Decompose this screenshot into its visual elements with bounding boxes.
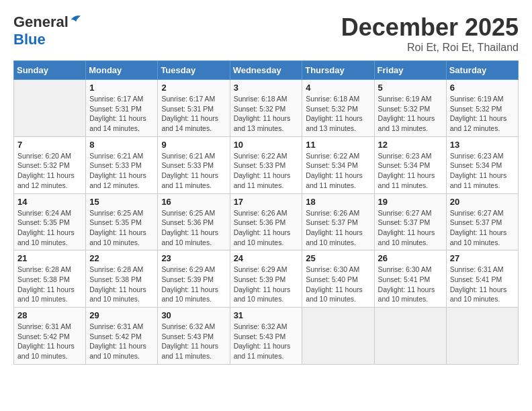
calendar-cell: 27Sunrise: 6:31 AM Sunset: 5:41 PM Dayli… bbox=[446, 250, 518, 308]
day-info: Sunrise: 6:30 AM Sunset: 5:40 PM Dayligh… bbox=[306, 265, 370, 304]
calendar-cell: 2Sunrise: 6:17 AM Sunset: 5:31 PM Daylig… bbox=[158, 80, 230, 137]
calendar-cell: 19Sunrise: 6:27 AM Sunset: 5:37 PM Dayli… bbox=[374, 193, 446, 250]
calendar-header-row: SundayMondayTuesdayWednesdayThursdayFrid… bbox=[14, 61, 519, 80]
calendar-cell: 10Sunrise: 6:22 AM Sunset: 5:33 PM Dayli… bbox=[230, 136, 302, 193]
calendar-week-4: 21Sunrise: 6:28 AM Sunset: 5:38 PM Dayli… bbox=[14, 250, 519, 308]
calendar-cell: 14Sunrise: 6:24 AM Sunset: 5:35 PM Dayli… bbox=[14, 193, 86, 250]
day-info: Sunrise: 6:18 AM Sunset: 5:32 PM Dayligh… bbox=[234, 94, 299, 134]
day-info: Sunrise: 6:25 AM Sunset: 5:36 PM Dayligh… bbox=[161, 208, 226, 248]
day-number: 16 bbox=[161, 197, 226, 207]
day-number: 13 bbox=[450, 140, 515, 150]
calendar-cell: 24Sunrise: 6:29 AM Sunset: 5:39 PM Dayli… bbox=[230, 250, 302, 308]
day-info: Sunrise: 6:21 AM Sunset: 5:33 PM Dayligh… bbox=[89, 151, 154, 191]
day-info: Sunrise: 6:31 AM Sunset: 5:41 PM Dayligh… bbox=[450, 265, 515, 304]
day-info: Sunrise: 6:21 AM Sunset: 5:33 PM Dayligh… bbox=[161, 151, 226, 191]
day-info: Sunrise: 6:31 AM Sunset: 5:42 PM Dayligh… bbox=[89, 322, 154, 361]
month-title: December 2025 bbox=[341, 13, 519, 42]
day-number: 25 bbox=[306, 253, 370, 263]
calendar-cell: 28Sunrise: 6:31 AM Sunset: 5:42 PM Dayli… bbox=[14, 308, 86, 365]
calendar-cell: 20Sunrise: 6:27 AM Sunset: 5:37 PM Dayli… bbox=[446, 193, 518, 250]
calendar-cell: 23Sunrise: 6:29 AM Sunset: 5:39 PM Dayli… bbox=[158, 250, 230, 308]
day-number: 6 bbox=[450, 83, 515, 93]
day-number: 8 bbox=[89, 140, 154, 150]
location: Roi Et, Roi Et, Thailand bbox=[341, 42, 519, 54]
calendar-cell bbox=[446, 308, 518, 365]
day-number: 12 bbox=[378, 140, 443, 150]
day-number: 4 bbox=[306, 83, 370, 93]
day-number: 27 bbox=[450, 253, 515, 263]
day-info: Sunrise: 6:29 AM Sunset: 5:39 PM Dayligh… bbox=[161, 265, 226, 304]
title-block: December 2025 Roi Et, Roi Et, Thailand bbox=[341, 13, 519, 54]
day-number: 19 bbox=[378, 197, 443, 207]
calendar-cell bbox=[374, 308, 446, 365]
day-info: Sunrise: 6:27 AM Sunset: 5:37 PM Dayligh… bbox=[450, 208, 515, 248]
day-info: Sunrise: 6:20 AM Sunset: 5:32 PM Dayligh… bbox=[17, 151, 82, 191]
calendar-cell: 5Sunrise: 6:19 AM Sunset: 5:32 PM Daylig… bbox=[374, 80, 446, 137]
day-info: Sunrise: 6:26 AM Sunset: 5:36 PM Dayligh… bbox=[234, 208, 299, 248]
day-number: 22 bbox=[89, 253, 154, 263]
day-info: Sunrise: 6:28 AM Sunset: 5:38 PM Dayligh… bbox=[17, 265, 82, 304]
logo-general: General bbox=[13, 13, 69, 30]
day-info: Sunrise: 6:31 AM Sunset: 5:42 PM Dayligh… bbox=[17, 322, 82, 361]
day-info: Sunrise: 6:26 AM Sunset: 5:37 PM Dayligh… bbox=[306, 208, 370, 248]
calendar-cell: 21Sunrise: 6:28 AM Sunset: 5:38 PM Dayli… bbox=[14, 250, 86, 308]
day-number: 21 bbox=[17, 253, 82, 263]
logo-text: General Blue bbox=[13, 13, 82, 48]
weekday-header-monday: Monday bbox=[86, 61, 158, 80]
day-number: 5 bbox=[378, 83, 443, 93]
calendar-cell: 13Sunrise: 6:23 AM Sunset: 5:34 PM Dayli… bbox=[446, 136, 518, 193]
day-info: Sunrise: 6:24 AM Sunset: 5:35 PM Dayligh… bbox=[17, 208, 82, 248]
calendar-cell: 11Sunrise: 6:22 AM Sunset: 5:34 PM Dayli… bbox=[302, 136, 374, 193]
day-number: 30 bbox=[161, 310, 226, 320]
logo-bird-icon bbox=[70, 13, 82, 26]
day-number: 7 bbox=[17, 140, 82, 150]
calendar-cell: 9Sunrise: 6:21 AM Sunset: 5:33 PM Daylig… bbox=[158, 136, 230, 193]
day-info: Sunrise: 6:29 AM Sunset: 5:39 PM Dayligh… bbox=[234, 265, 299, 304]
weekday-header-wednesday: Wednesday bbox=[230, 61, 302, 80]
weekday-header-friday: Friday bbox=[374, 61, 446, 80]
logo: General Blue bbox=[13, 13, 82, 48]
day-info: Sunrise: 6:22 AM Sunset: 5:33 PM Dayligh… bbox=[234, 151, 299, 191]
weekday-header-tuesday: Tuesday bbox=[158, 61, 230, 80]
calendar-cell: 22Sunrise: 6:28 AM Sunset: 5:38 PM Dayli… bbox=[86, 250, 158, 308]
day-number: 14 bbox=[17, 197, 82, 207]
calendar-cell bbox=[14, 80, 86, 137]
day-number: 31 bbox=[234, 310, 299, 320]
weekday-header-thursday: Thursday bbox=[302, 61, 374, 80]
day-number: 20 bbox=[450, 197, 515, 207]
calendar-cell: 18Sunrise: 6:26 AM Sunset: 5:37 PM Dayli… bbox=[302, 193, 374, 250]
day-info: Sunrise: 6:27 AM Sunset: 5:37 PM Dayligh… bbox=[378, 208, 443, 248]
day-info: Sunrise: 6:18 AM Sunset: 5:32 PM Dayligh… bbox=[306, 94, 370, 134]
day-info: Sunrise: 6:17 AM Sunset: 5:31 PM Dayligh… bbox=[161, 94, 226, 134]
day-number: 10 bbox=[234, 140, 299, 150]
day-info: Sunrise: 6:19 AM Sunset: 5:32 PM Dayligh… bbox=[378, 94, 443, 134]
day-number: 23 bbox=[161, 253, 226, 263]
calendar-cell: 25Sunrise: 6:30 AM Sunset: 5:40 PM Dayli… bbox=[302, 250, 374, 308]
calendar-cell: 16Sunrise: 6:25 AM Sunset: 5:36 PM Dayli… bbox=[158, 193, 230, 250]
day-info: Sunrise: 6:30 AM Sunset: 5:41 PM Dayligh… bbox=[378, 265, 443, 304]
calendar-cell: 8Sunrise: 6:21 AM Sunset: 5:33 PM Daylig… bbox=[86, 136, 158, 193]
calendar-cell: 31Sunrise: 6:32 AM Sunset: 5:43 PM Dayli… bbox=[230, 308, 302, 365]
day-info: Sunrise: 6:32 AM Sunset: 5:43 PM Dayligh… bbox=[161, 322, 226, 361]
calendar-cell: 3Sunrise: 6:18 AM Sunset: 5:32 PM Daylig… bbox=[230, 80, 302, 137]
day-number: 9 bbox=[161, 140, 226, 150]
weekday-header-sunday: Sunday bbox=[14, 61, 86, 80]
calendar-cell: 7Sunrise: 6:20 AM Sunset: 5:32 PM Daylig… bbox=[14, 136, 86, 193]
day-number: 17 bbox=[234, 197, 299, 207]
day-info: Sunrise: 6:22 AM Sunset: 5:34 PM Dayligh… bbox=[306, 151, 370, 191]
day-info: Sunrise: 6:17 AM Sunset: 5:31 PM Dayligh… bbox=[89, 94, 154, 134]
day-info: Sunrise: 6:23 AM Sunset: 5:34 PM Dayligh… bbox=[450, 151, 515, 191]
calendar-cell: 29Sunrise: 6:31 AM Sunset: 5:42 PM Dayli… bbox=[86, 308, 158, 365]
calendar-week-5: 28Sunrise: 6:31 AM Sunset: 5:42 PM Dayli… bbox=[14, 308, 519, 365]
calendar-cell: 1Sunrise: 6:17 AM Sunset: 5:31 PM Daylig… bbox=[86, 80, 158, 137]
day-number: 3 bbox=[234, 83, 299, 93]
calendar-week-1: 1Sunrise: 6:17 AM Sunset: 5:31 PM Daylig… bbox=[14, 80, 519, 137]
calendar-week-2: 7Sunrise: 6:20 AM Sunset: 5:32 PM Daylig… bbox=[14, 136, 519, 193]
calendar-body: 1Sunrise: 6:17 AM Sunset: 5:31 PM Daylig… bbox=[14, 80, 519, 365]
calendar-cell: 6Sunrise: 6:19 AM Sunset: 5:32 PM Daylig… bbox=[446, 80, 518, 137]
calendar-week-3: 14Sunrise: 6:24 AM Sunset: 5:35 PM Dayli… bbox=[14, 193, 519, 250]
calendar-cell: 17Sunrise: 6:26 AM Sunset: 5:36 PM Dayli… bbox=[230, 193, 302, 250]
calendar-cell: 12Sunrise: 6:23 AM Sunset: 5:34 PM Dayli… bbox=[374, 136, 446, 193]
day-number: 29 bbox=[89, 310, 154, 320]
calendar-cell: 26Sunrise: 6:30 AM Sunset: 5:41 PM Dayli… bbox=[374, 250, 446, 308]
